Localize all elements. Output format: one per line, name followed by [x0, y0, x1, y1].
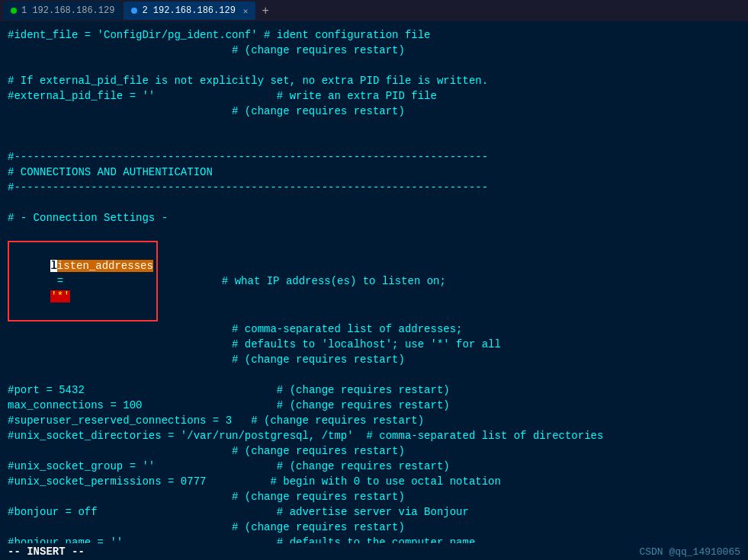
editor-line-18: # (change requires restart) — [8, 352, 740, 367]
tab-2-dot — [131, 8, 137, 14]
watermark: CSDN @qq_14910065 — [639, 546, 740, 558]
editor-mode: -- INSERT -- — [8, 546, 85, 558]
tab-2-close[interactable]: ✕ — [243, 6, 249, 16]
editor-line-22: #superuser_reserved_connections = 3 # (c… — [8, 413, 740, 428]
tab-1-dot — [11, 8, 17, 14]
editor-line-4: # If external_pid_file is not explicitly… — [8, 73, 740, 88]
editor-line-26: #unix_socket_permissions = 0777 # begin … — [8, 474, 740, 489]
editor-area: #ident_file = 'ConfigDir/pg_ident.conf' … — [0, 21, 748, 560]
editor-line-19 — [8, 367, 740, 382]
tab-add-button[interactable]: + — [257, 4, 273, 18]
editor-line-15: listen_addresses = '*' # what IP address… — [8, 241, 740, 322]
editor-line-3 — [8, 58, 740, 73]
editor-line-1: #ident_file = 'ConfigDir/pg_ident.conf' … — [8, 27, 740, 43]
editor-line-7 — [8, 119, 740, 134]
editor-line-14 — [8, 226, 740, 241]
tab-2[interactable]: 2 192.168.186.129 ✕ — [124, 2, 255, 20]
var-name-highlight: isten_addresses — [57, 260, 153, 272]
status-bar: -- INSERT -- CSDN @qq_14910065 — [0, 543, 748, 560]
editor-line-21: max_connections = 100 # (change requires… — [8, 398, 740, 413]
editor-line-2: # (change requires restart) — [8, 43, 740, 58]
var-value-highlight: '*' — [50, 290, 69, 302]
editor-line-24: # (change requires restart) — [8, 443, 740, 459]
editor-line-28: #bonjour = off # advertise server via Bo… — [8, 504, 740, 520]
editor-line-29: # (change requires restart) — [8, 520, 740, 535]
listen-addresses-box: listen_addresses = '*' — [8, 241, 158, 322]
editor-line-27: # (change requires restart) — [8, 489, 740, 504]
editor-line-11: #---------------------------------------… — [8, 180, 740, 195]
tab-bar: 1 192.168.186.129 2 192.168.186.129 ✕ + — [0, 0, 748, 21]
editor-line-8 — [8, 134, 740, 149]
editor-line-10: # CONNECTIONS AND AUTHENTICATION — [8, 165, 740, 180]
editor-line-23: #unix_socket_directories = '/var/run/pos… — [8, 428, 740, 443]
editor-line-6: # (change requires restart) — [8, 104, 740, 119]
tab-1-label: 1 192.168.186.129 — [21, 5, 114, 16]
editor-line-5: #external_pid_file = '' # write an extra… — [8, 88, 740, 104]
editor-line-12 — [8, 195, 740, 210]
cursor-l: l — [50, 260, 56, 272]
editor-line-25: #unix_socket_group = '' # (change requir… — [8, 459, 740, 474]
editor-line-16: # comma-separated list of addresses; — [8, 322, 740, 337]
editor-line-13: # - Connection Settings - — [8, 210, 740, 226]
editor-line-9: #---------------------------------------… — [8, 149, 740, 165]
tab-1[interactable]: 1 192.168.186.129 — [3, 2, 122, 20]
editor-line-20: #port = 5432 # (change requires restart) — [8, 382, 740, 398]
editor-line-17: # defaults to 'localhost'; use '*' for a… — [8, 337, 740, 352]
tab-2-label: 2 192.168.186.129 — [142, 5, 235, 16]
